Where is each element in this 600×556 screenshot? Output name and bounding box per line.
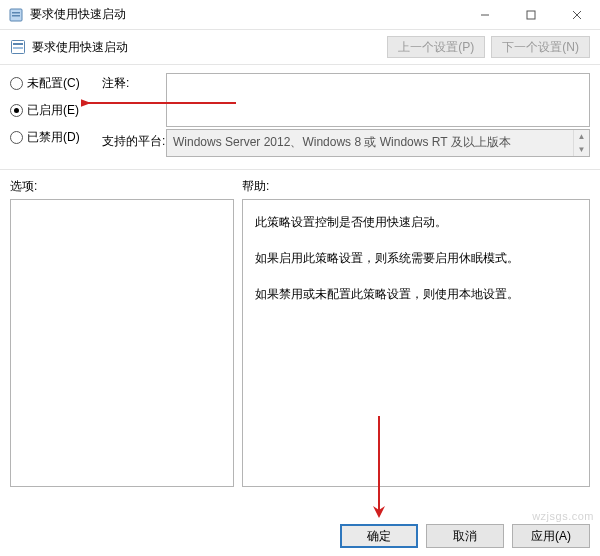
app-icon	[8, 7, 24, 23]
policy-header: 要求使用快速启动 上一个设置(P) 下一个设置(N)	[0, 30, 600, 62]
svg-rect-4	[527, 11, 535, 19]
scroll-down-icon[interactable]: ▼	[574, 143, 589, 156]
radio-not-configured[interactable]: 未配置(C)	[10, 75, 98, 92]
options-label: 选项:	[10, 178, 242, 195]
dialog-footer: 确定 取消 应用(A)	[340, 524, 590, 548]
minimize-button[interactable]	[462, 0, 508, 30]
comment-input[interactable]	[166, 73, 590, 127]
close-button[interactable]	[554, 0, 600, 30]
radio-circle-icon	[10, 77, 23, 90]
svg-rect-9	[13, 47, 23, 49]
radio-circle-icon	[10, 104, 23, 117]
cancel-button[interactable]: 取消	[426, 524, 504, 548]
policy-title: 要求使用快速启动	[32, 39, 128, 56]
help-paragraph: 此策略设置控制是否使用快速启动。	[255, 210, 577, 234]
supported-on-field: Windows Server 2012、Windows 8 或 Windows …	[166, 129, 590, 157]
window-controls	[462, 0, 600, 30]
radio-label: 已禁用(D)	[27, 129, 80, 146]
scrollbar[interactable]: ▲ ▼	[573, 130, 589, 156]
title-bar: 要求使用快速启动	[0, 0, 600, 30]
radio-label: 未配置(C)	[27, 75, 80, 92]
supported-on-label: 支持的平台:	[102, 127, 162, 150]
options-panel	[10, 199, 234, 487]
radio-enabled[interactable]: 已启用(E)	[10, 102, 98, 119]
state-radio-group: 未配置(C) 已启用(E) 已禁用(D)	[10, 73, 98, 146]
previous-setting-button[interactable]: 上一个设置(P)	[387, 36, 485, 58]
apply-button[interactable]: 应用(A)	[512, 524, 590, 548]
help-paragraph: 如果启用此策略设置，则系统需要启用休眠模式。	[255, 246, 577, 270]
maximize-button[interactable]	[508, 0, 554, 30]
watermark: wzjsgs.com	[532, 510, 594, 522]
svg-rect-8	[13, 43, 23, 45]
radio-disabled[interactable]: 已禁用(D)	[10, 129, 98, 146]
comment-label: 注释:	[102, 73, 162, 92]
settings-area: 未配置(C) 已启用(E) 已禁用(D) 注释: 支持的平台: Windows …	[0, 65, 600, 157]
help-panel: 此策略设置控制是否使用快速启动。 如果启用此策略设置，则系统需要启用休眠模式。 …	[242, 199, 590, 487]
lower-panels: 此策略设置控制是否使用快速启动。 如果启用此策略设置，则系统需要启用休眠模式。 …	[0, 199, 600, 487]
radio-circle-icon	[10, 131, 23, 144]
ok-button[interactable]: 确定	[340, 524, 418, 548]
help-paragraph: 如果禁用或未配置此策略设置，则使用本地设置。	[255, 282, 577, 306]
scroll-up-icon[interactable]: ▲	[574, 130, 589, 143]
next-setting-button[interactable]: 下一个设置(N)	[491, 36, 590, 58]
window-title: 要求使用快速启动	[30, 6, 126, 23]
help-label: 帮助:	[242, 178, 269, 195]
radio-label: 已启用(E)	[27, 102, 79, 119]
supported-on-text: Windows Server 2012、Windows 8 或 Windows …	[173, 135, 511, 149]
lower-labels: 选项: 帮助:	[0, 170, 600, 199]
svg-rect-1	[12, 12, 20, 14]
policy-icon	[10, 39, 26, 55]
svg-rect-2	[12, 15, 20, 17]
